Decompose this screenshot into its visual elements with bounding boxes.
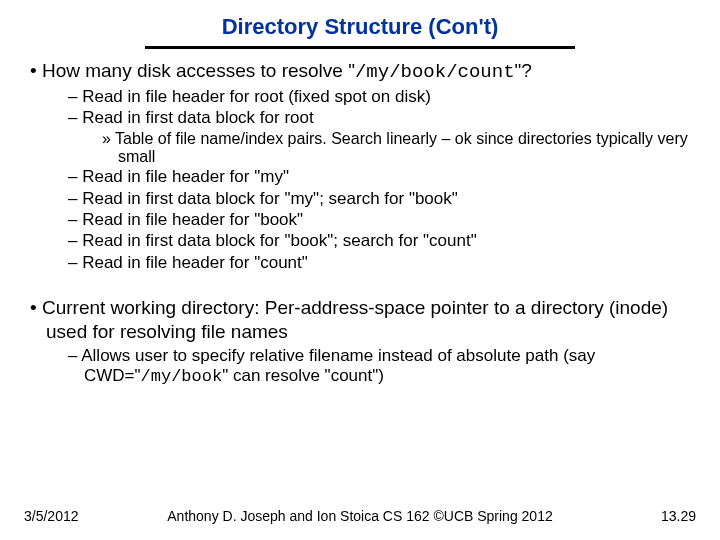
- bullet-read-my-header: Read in file header for "my": [68, 167, 696, 187]
- bullet-cwd-sub: Allows user to specify relative filename…: [68, 346, 696, 388]
- cwd-sub-path: /my/book: [141, 367, 223, 386]
- footer: 3/5/2012 Anthony D. Joseph and Ion Stoic…: [0, 508, 720, 524]
- footer-attribution: Anthony D. Joseph and Ion Stoica CS 162 …: [114, 508, 606, 524]
- bullet-read-root-header: Read in file header for root (fixed spot…: [68, 87, 696, 107]
- bullet-table-search: Table of file name/index pairs. Search l…: [102, 130, 696, 167]
- footer-date: 3/5/2012: [24, 508, 114, 524]
- bullet-read-root-block: Read in first data block for root: [68, 108, 696, 128]
- bullet-question: How many disk accesses to resolve "/my/b…: [30, 59, 696, 85]
- bullet-read-book-block: Read in first data block for "book"; sea…: [68, 231, 696, 251]
- footer-page-number: 13.29: [606, 508, 696, 524]
- q-pre: How many disk accesses to resolve ": [42, 60, 355, 81]
- bullet-read-my-block: Read in first data block for "my"; searc…: [68, 189, 696, 209]
- slide-title: Directory Structure (Con't): [24, 14, 696, 46]
- title-underline: [145, 46, 575, 49]
- slide-body: How many disk accesses to resolve "/my/b…: [24, 59, 696, 388]
- bullet-read-count-header: Read in file header for "count": [68, 253, 696, 273]
- bullet-read-book-header: Read in file header for "book": [68, 210, 696, 230]
- q-path: /my/book/count: [355, 61, 515, 83]
- cwd-sub-b: " can resolve "count"): [222, 366, 384, 385]
- q-post: "?: [515, 60, 532, 81]
- bullet-cwd: Current working directory: Per-address-s…: [30, 296, 696, 344]
